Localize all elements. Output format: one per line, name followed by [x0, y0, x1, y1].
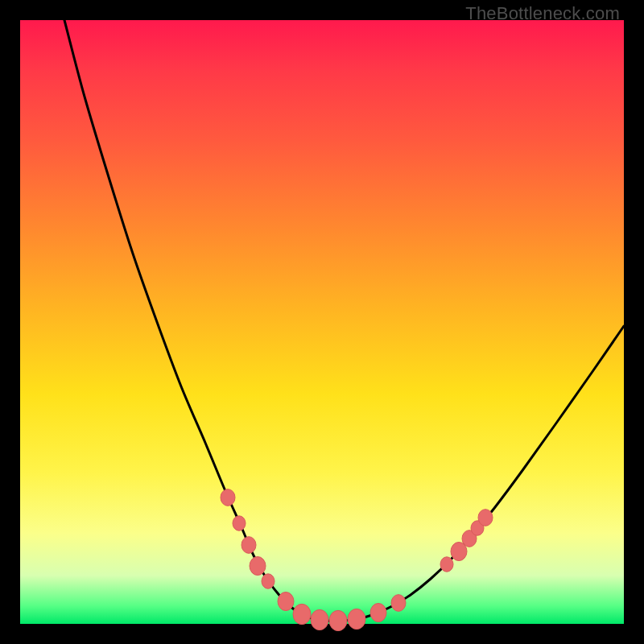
chart-frame	[20, 20, 624, 624]
chart-svg	[20, 20, 624, 624]
bottleneck-curve	[64, 20, 624, 621]
curve-marker	[250, 557, 266, 576]
curve-marker	[348, 609, 365, 629]
curve-marker	[262, 574, 275, 588]
curve-marker	[391, 595, 406, 612]
curve-marker	[478, 510, 493, 526]
curve-marker	[440, 557, 453, 572]
curve-marker	[329, 610, 347, 630]
curve-marker	[370, 604, 386, 622]
curve-marker	[293, 604, 311, 624]
curve-marker	[311, 609, 328, 630]
curve-marker	[242, 537, 256, 554]
curve-markers	[221, 489, 493, 631]
curve-marker	[278, 592, 294, 611]
curve-marker	[221, 489, 235, 506]
watermark-text: TheBottleneck.com	[465, 3, 620, 24]
curve-marker	[233, 516, 246, 530]
